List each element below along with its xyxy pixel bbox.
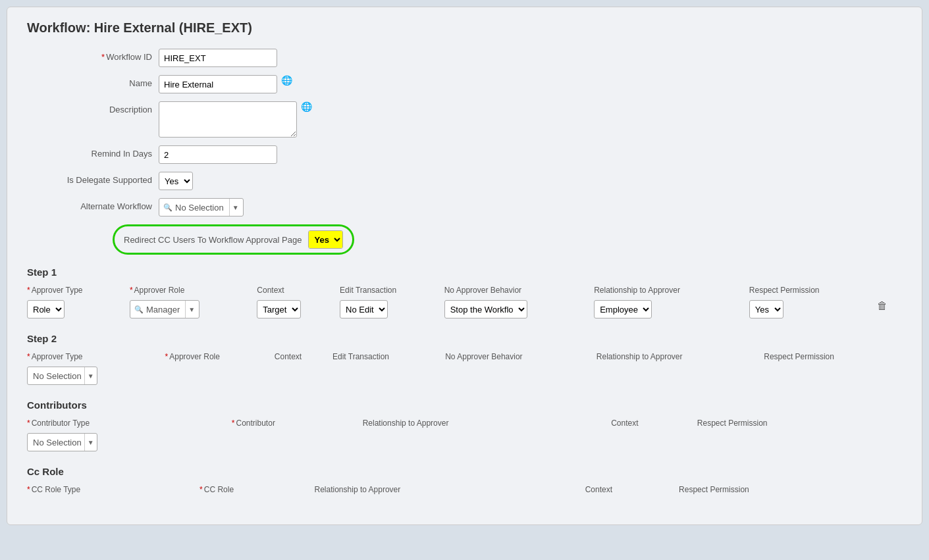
alternate-workflow-dropdown-arrow: ▼	[229, 199, 239, 216]
step2-approver-type-header: *Approver Type	[27, 351, 165, 365]
contributors-data-row: No Selection ▼	[27, 432, 902, 454]
step1-table: *Approver Type *Approver Role Context Ed…	[27, 284, 902, 321]
contributors-respect-permission-header: Respect Permission	[697, 417, 902, 432]
is-delegate-supported-row: Is Delegate Supported Yes No	[27, 172, 902, 190]
step1-header-row: *Approver Type *Approver Role Context Ed…	[27, 284, 902, 299]
step1-edit-transaction-select-wrapper: No Edit	[340, 300, 388, 318]
step1-relationship-to-approver-cell: Employee	[594, 299, 749, 321]
step2-approver-role-header: *Approver Role	[165, 351, 275, 365]
is-delegate-supported-select[interactable]: Yes No	[159, 172, 192, 190]
step2-approver-type-arrow: ▼	[84, 367, 94, 384]
alternate-workflow-select[interactable]: 🔍 No Selection ▼	[159, 198, 244, 216]
remind-in-days-label: Remind In Days	[27, 145, 159, 159]
step1-edit-transaction-cell: No Edit	[340, 299, 444, 321]
main-card: Workflow: Hire External (HIRE_EXT) *Work…	[7, 7, 922, 525]
name-label: Name	[27, 75, 159, 88]
redirect-cc-row: Redirect CC Users To Workflow Approval P…	[27, 224, 902, 255]
remind-in-days-input[interactable]	[159, 145, 277, 164]
step2-table: *Approver Type *Approver Role Context Ed…	[27, 351, 902, 388]
step1-approver-role-value: Manager	[146, 305, 180, 315]
step1-approver-type-select-wrapper: Role	[27, 300, 65, 318]
name-globe-icon: 🌐	[281, 75, 292, 86]
contributors-table: *Contributor Type *Contributor Relations…	[27, 417, 902, 454]
step1-respect-permission-select[interactable]: Yes No	[750, 301, 783, 318]
description-label: Description	[27, 101, 159, 115]
step2-approver-type-cell: No Selection ▼	[27, 365, 165, 388]
step1-approver-role-cell: 🔍 Manager ▼	[130, 299, 257, 321]
step2-title: Step 2	[27, 333, 902, 344]
alternate-workflow-label: Alternate Workflow	[27, 198, 159, 211]
contributors-title: Contributors	[27, 399, 902, 411]
contributor-type-arrow: ▼	[84, 434, 94, 451]
step1-respect-permission-header: Respect Permission	[749, 284, 877, 299]
cc-role-area: Cc Role *CC Role Type *CC Role Relations…	[27, 466, 902, 502]
step2-header-row: *Approver Type *Approver Role Context Ed…	[27, 351, 902, 365]
page-title: Workflow: Hire External (HIRE_EXT)	[27, 20, 902, 36]
contributors-area: Contributors *Contributor Type *Contribu…	[27, 399, 902, 454]
step1-relationship-to-approver-select[interactable]: Employee	[595, 301, 651, 318]
workflow-id-row: *Workflow ID	[27, 49, 902, 67]
contributor-type-select[interactable]: No Selection ▼	[27, 433, 97, 451]
step1-edit-transaction-header: Edit Transaction	[340, 284, 444, 299]
step2-context-header: Context	[275, 351, 332, 365]
step1-context-header: Context	[257, 284, 340, 299]
step1-no-approver-behavior-cell: Stop the Workflo	[444, 299, 594, 321]
step1-relationship-to-approver-select-wrapper: Employee	[594, 300, 652, 318]
step1-respect-permission-select-wrapper: Yes No	[749, 300, 783, 318]
description-globe-icon: 🌐	[301, 101, 312, 112]
redirect-cc-label: Redirect CC Users To Workflow Approval P…	[124, 235, 302, 245]
name-row: Name 🌐	[27, 75, 902, 93]
alternate-workflow-search-icon: 🔍	[163, 203, 173, 212]
cc-role-type-header: *CC Role Type	[27, 484, 199, 498]
step1-no-approver-behavior-header: No Approver Behavior	[444, 284, 594, 299]
workflow-id-label: *Workflow ID	[27, 49, 159, 62]
workflow-id-input[interactable]	[159, 49, 277, 67]
description-input[interactable]	[159, 101, 297, 138]
redirect-cc-select[interactable]: Yes No	[309, 231, 342, 248]
contributor-type-header: *Contributor Type	[27, 417, 232, 432]
cc-role-header: *CC Role	[199, 484, 314, 498]
step1-approver-role-header: *Approver Role	[130, 284, 257, 299]
step1-approver-type-select[interactable]: Role	[28, 301, 64, 318]
alternate-workflow-row: Alternate Workflow 🔍 No Selection ▼	[27, 198, 902, 216]
cc-role-respect-permission-header: Respect Permission	[679, 484, 902, 498]
contributors-relationship-to-approver-header: Relationship to Approver	[363, 417, 611, 432]
cc-role-table: *CC Role Type *CC Role Relationship to A…	[27, 484, 902, 502]
step1-edit-transaction-select[interactable]: No Edit	[340, 301, 387, 318]
step1-respect-permission-cell: Yes No	[749, 299, 877, 321]
cc-role-title: Cc Role	[27, 466, 902, 477]
step1-context-select-wrapper: Target	[257, 300, 301, 318]
step1-approver-type-header: *Approver Type	[27, 284, 130, 299]
step1-delete-icon[interactable]: 🗑	[877, 300, 888, 311]
step1-approver-role-select[interactable]: 🔍 Manager ▼	[130, 300, 199, 318]
step2-area: Step 2 *Approver Type *Approver Role Con…	[27, 333, 902, 388]
step1-delete-header	[877, 284, 902, 299]
step1-context-cell: Target	[257, 299, 340, 321]
step2-respect-permission-header: Respect Permission	[764, 351, 902, 365]
contributor-type-value: No Selection	[33, 438, 82, 447]
step1-data-row: Role 🔍 Manager ▼	[27, 299, 902, 321]
cc-role-type-cell	[27, 498, 199, 502]
step2-no-approver-behavior-header: No Approver Behavior	[445, 351, 597, 365]
step2-relationship-to-approver-header: Relationship to Approver	[597, 351, 764, 365]
name-input[interactable]	[159, 75, 277, 93]
contributors-header-row: *Contributor Type *Contributor Relations…	[27, 417, 902, 432]
description-row: Description 🌐	[27, 101, 902, 138]
step2-approver-type-select[interactable]: No Selection ▼	[27, 367, 97, 385]
step1-approver-role-dropdown-arrow: ▼	[185, 301, 195, 318]
alternate-workflow-value: No Selection	[175, 203, 224, 213]
contributors-context-header: Context	[611, 417, 697, 432]
step1-no-approver-behavior-select-wrapper: Stop the Workflo	[444, 300, 527, 318]
step1-title: Step 1	[27, 267, 902, 278]
step2-data-row: No Selection ▼	[27, 365, 902, 388]
step1-context-select[interactable]: Target	[257, 301, 300, 318]
step1-approver-role-search-icon: 🔍	[134, 305, 144, 314]
step1-relationship-to-approver-header: Relationship to Approver	[594, 284, 749, 299]
outer-container: Workflow: Hire External (HIRE_EXT) *Work…	[0, 0, 929, 560]
step1-no-approver-behavior-select[interactable]: Stop the Workflo	[445, 301, 527, 318]
redirect-cc-highlight-box: Redirect CC Users To Workflow Approval P…	[113, 224, 354, 255]
cc-role-context-header: Context	[585, 484, 679, 498]
contributor-type-cell: No Selection ▼	[27, 432, 232, 454]
contributor-header: *Contributor	[232, 417, 363, 432]
cc-role-data-row	[27, 498, 902, 502]
